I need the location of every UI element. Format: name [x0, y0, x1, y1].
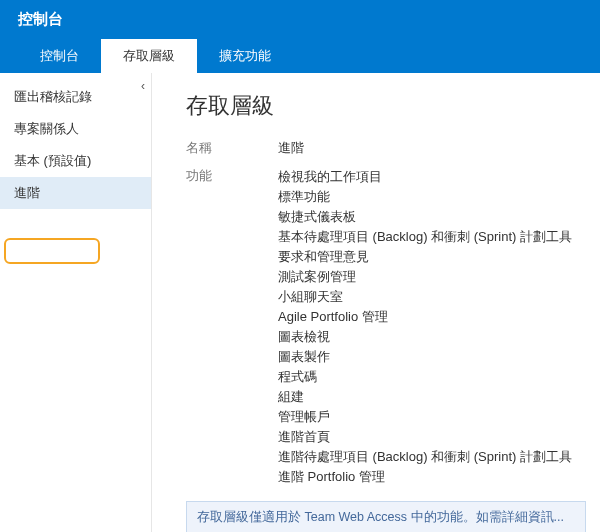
- name-value: 進階: [278, 139, 586, 157]
- feature-item: 小組聊天室: [278, 287, 586, 307]
- feature-item: 組建: [278, 387, 586, 407]
- main-area: ‹ 匯出稽核記錄 專案關係人 基本 (預設值) 進階 存取層級 名稱 進階 功能…: [0, 73, 600, 532]
- features-label: 功能: [186, 167, 278, 487]
- highlight-ring-sidebar: [4, 238, 100, 264]
- content-panel: 存取層級 名稱 進階 功能 檢視我的工作項目 標準功能 敏捷式儀表板 基本待處理…: [152, 73, 600, 532]
- features-list: 檢視我的工作項目 標準功能 敏捷式儀表板 基本待處理項目 (Backlog) 和…: [278, 167, 586, 487]
- feature-item: 檢視我的工作項目: [278, 167, 586, 187]
- feature-item: 程式碼: [278, 367, 586, 387]
- sidebar: ‹ 匯出稽核記錄 專案關係人 基本 (預設值) 進階: [0, 73, 152, 532]
- sidebar-item-export-audit[interactable]: 匯出稽核記錄: [0, 81, 151, 113]
- info-banner[interactable]: 存取層級僅適用於 Team Web Access 中的功能。如需詳細資訊...: [186, 501, 586, 532]
- sidebar-item-stakeholder[interactable]: 專案關係人: [0, 113, 151, 145]
- feature-item: 基本待處理項目 (Backlog) 和衝刺 (Sprint) 計劃工具: [278, 227, 586, 247]
- feature-item: 進階待處理項目 (Backlog) 和衝刺 (Sprint) 計劃工具: [278, 447, 586, 467]
- feature-item: 進階 Portfolio 管理: [278, 467, 586, 487]
- feature-item: 敏捷式儀表板: [278, 207, 586, 227]
- feature-item: Agile Portfolio 管理: [278, 307, 586, 327]
- feature-item: 要求和管理意見: [278, 247, 586, 267]
- header-title: 控制台: [18, 10, 63, 27]
- name-row: 名稱 進階: [186, 139, 586, 157]
- features-row: 功能 檢視我的工作項目 標準功能 敏捷式儀表板 基本待處理項目 (Backlog…: [186, 167, 586, 487]
- feature-item: 測試案例管理: [278, 267, 586, 287]
- tab-bar: 控制台 存取層級 擴充功能: [0, 39, 600, 73]
- feature-item: 管理帳戶: [278, 407, 586, 427]
- tab-access-levels[interactable]: 存取層級: [101, 39, 197, 73]
- feature-item: 圖表檢視: [278, 327, 586, 347]
- page-header: 控制台: [0, 0, 600, 39]
- tab-extensions[interactable]: 擴充功能: [197, 39, 293, 73]
- tab-console[interactable]: 控制台: [18, 39, 101, 73]
- feature-item: 標準功能: [278, 187, 586, 207]
- sidebar-item-basic[interactable]: 基本 (預設值): [0, 145, 151, 177]
- sidebar-collapse-icon[interactable]: ‹: [141, 79, 145, 93]
- feature-item: 進階首頁: [278, 427, 586, 447]
- content-heading: 存取層級: [186, 91, 586, 121]
- feature-item: 圖表製作: [278, 347, 586, 367]
- name-label: 名稱: [186, 139, 278, 157]
- sidebar-item-advanced[interactable]: 進階: [0, 177, 151, 209]
